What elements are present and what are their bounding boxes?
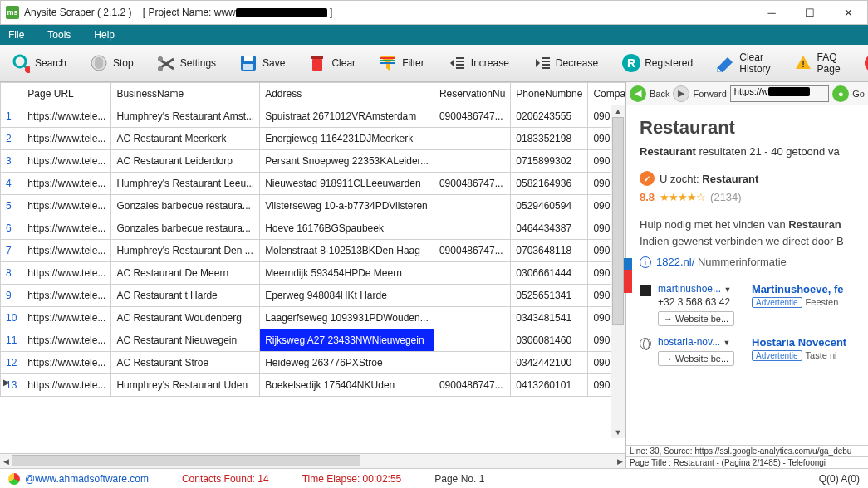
cell-reservation[interactable]	[434, 307, 510, 329]
cell-phone[interactable]: 0715899302	[511, 150, 588, 173]
ad-url[interactable]: martinushoe... ▼	[658, 283, 745, 295]
scroll-thumb-h[interactable]	[12, 455, 360, 466]
cell-address[interactable]: Energieweg 1164231DJMeerkerk	[260, 128, 434, 150]
cell-phone[interactable]: 0525651341	[511, 285, 588, 307]
header-url[interactable]: Page URL	[22, 83, 111, 105]
cell-phone[interactable]: 0703648118	[511, 240, 588, 262]
table-row[interactable]: 6https://www.tele...Gonzales barbecue re…	[1, 217, 626, 240]
menu-help[interactable]: Help	[94, 29, 115, 41]
header-company[interactable]: Compan	[588, 83, 625, 105]
data-grid[interactable]: Page URL BusinessName Address Reservatio…	[0, 82, 625, 397]
table-row[interactable]: 5https://www.tele...Gonzales barbecue re…	[1, 195, 626, 217]
faq-button[interactable]: !FAQ Page	[785, 47, 850, 79]
table-row[interactable]: 9https://www.tele...AC Restaurant t Hard…	[1, 285, 626, 307]
cell-url[interactable]: https://www.tele...	[22, 128, 111, 150]
cell-reservation[interactable]: 0900486747...	[434, 105, 510, 128]
cell-reservation[interactable]	[434, 128, 510, 150]
table-row[interactable]: 11https://www.tele...AC Restaurant Nieuw…	[1, 329, 626, 352]
scroll-down-arrow[interactable]: ▼	[612, 427, 624, 438]
table-row[interactable]: 12https://www.tele...AC Restaurant Stroe…	[1, 352, 626, 374]
cell-url[interactable]: https://www.tele...	[22, 240, 111, 262]
table-row[interactable]: 4https://www.tele...Humphrey's Restauran…	[1, 173, 626, 195]
cell-url[interactable]: https://www.tele...	[22, 285, 111, 307]
cell-phone[interactable]: 0582164936	[511, 173, 588, 195]
registered-button[interactable]: RRegistered	[612, 47, 702, 79]
cell-businessname[interactable]: Gonzales barbecue restaura...	[111, 195, 260, 217]
cell-url[interactable]: https://www.tele...	[22, 262, 111, 285]
cell-reservation[interactable]	[434, 352, 510, 374]
cell-phone[interactable]: 0413260101	[511, 374, 588, 397]
ad-listing[interactable]: hostaria-nov... ▼ → Website be... Hostar…	[640, 336, 855, 366]
filter-button[interactable]: Filter	[370, 47, 434, 79]
table-row[interactable]: 1https://www.tele...Humphrey's Restauran…	[1, 105, 626, 128]
cell-address[interactable]: Spuistraat 2671012VRAmsterdam	[260, 105, 434, 128]
cell-rownum[interactable]: 12	[1, 352, 22, 374]
info-link[interactable]: i 1822.nl/ Nummerinformatie	[640, 256, 855, 268]
cell-url[interactable]: https://www.tele...	[22, 150, 111, 173]
header-reservation[interactable]: ReservationNu	[434, 83, 510, 105]
cell-phone[interactable]: 0464434387	[511, 217, 588, 240]
cell-url[interactable]: https://www.tele...	[22, 329, 111, 352]
cell-businessname[interactable]: Gonzales barbecue restaura...	[111, 217, 260, 240]
cell-rownum[interactable]: 3	[1, 150, 22, 173]
cell-rownum[interactable]: 10	[1, 307, 22, 329]
cell-address[interactable]: Heideweg 263776PXStroe	[260, 352, 434, 374]
scroll-left-arrow[interactable]: ◀	[0, 456, 12, 467]
cell-businessname[interactable]: Humphrey's Restaurant Uden	[111, 374, 260, 397]
header-phone[interactable]: PhoneNumbne	[511, 83, 588, 105]
cell-rownum[interactable]: 2	[1, 128, 22, 150]
cell-businessname[interactable]: Humphrey's Restaurant Leeu...	[111, 173, 260, 195]
table-row[interactable]: 3https://www.tele...AC Restaurant Leider…	[1, 150, 626, 173]
decrease-button[interactable]: Decrease	[523, 47, 607, 79]
cell-businessname[interactable]: AC Restaurant Stroe	[111, 352, 260, 374]
header-rownum[interactable]	[1, 83, 22, 105]
clear-history-button[interactable]: Clear History	[707, 47, 779, 79]
scroll-thumb[interactable]	[612, 117, 624, 325]
cell-phone[interactable]: 0342442100	[511, 352, 588, 374]
minimize-button[interactable]: ─	[753, 1, 791, 24]
exit-button[interactable]: Exit	[855, 47, 868, 79]
scroll-right-arrow[interactable]: ▶	[614, 456, 625, 467]
cell-businessname[interactable]: Humphrey's Restaurant Amst...	[111, 105, 260, 128]
cell-rownum[interactable]: 1	[1, 105, 22, 128]
cell-phone[interactable]: 0306081460	[511, 329, 588, 352]
ad-website-button[interactable]: → Website be...	[658, 351, 734, 366]
header-businessname[interactable]: BusinessName	[111, 83, 260, 105]
table-row[interactable]: 2https://www.tele...AC Restaurant Meerke…	[1, 128, 626, 150]
cell-address[interactable]: Rijksweg A27 23433NWNieuwegein	[260, 329, 434, 352]
maximize-button[interactable]: ☐	[791, 1, 829, 24]
cell-businessname[interactable]: AC Restaurant Meerkerk	[111, 128, 260, 150]
cell-address[interactable]: Eperweg 948084HKt Harde	[260, 285, 434, 307]
cell-reservation[interactable]	[434, 262, 510, 285]
cell-url[interactable]: https://www.tele...	[22, 195, 111, 217]
cell-url[interactable]: https://www.tele...	[22, 307, 111, 329]
cell-businessname[interactable]: AC Restaurant Woudenberg	[111, 307, 260, 329]
cell-url[interactable]: https://www.tele...	[22, 173, 111, 195]
table-row[interactable]: 8https://www.tele...AC Restaurant De Mee…	[1, 262, 626, 285]
cell-url[interactable]: https://www.tele...	[22, 105, 111, 128]
increase-button[interactable]: Increase	[439, 47, 518, 79]
cell-address[interactable]: Persant Snoepweg 22353KALeider...	[260, 150, 434, 173]
cell-reservation[interactable]: 0900486747...	[434, 240, 510, 262]
ad-name[interactable]: Hostaria Novecent	[752, 336, 846, 349]
cell-reservation[interactable]: 0900486747...	[434, 374, 510, 397]
ad-listing[interactable]: martinushoe... ▼ +32 3 568 63 42 → Websi…	[640, 283, 855, 326]
clear-button[interactable]: Clear	[299, 47, 365, 79]
menu-file[interactable]: File	[8, 29, 24, 41]
cell-address[interactable]: Hoeve 16176BGSpaubeek	[260, 217, 434, 240]
url-input[interactable]: https://w	[730, 85, 830, 102]
cell-reservation[interactable]	[434, 195, 510, 217]
back-button[interactable]: ◀	[630, 85, 646, 102]
status-site[interactable]: @www.ahmadsoftware.com	[25, 473, 149, 485]
cell-businessname[interactable]: AC Restaurant Leiderdorp	[111, 150, 260, 173]
cell-rownum[interactable]: 5	[1, 195, 22, 217]
menu-tools[interactable]: Tools	[47, 29, 71, 41]
horizontal-scrollbar[interactable]: ◀ ▶	[0, 453, 625, 468]
cell-url[interactable]: https://www.tele...	[22, 217, 111, 240]
cell-phone[interactable]: 0183352198	[511, 128, 588, 150]
cell-address[interactable]: Meerndijk 593454HPDe Meern	[260, 262, 434, 285]
cell-address[interactable]: Molenstraat 8-102513BKDen Haag	[260, 240, 434, 262]
cell-address[interactable]: Nieuwestad 918911CLLeeuwarden	[260, 173, 434, 195]
save-button[interactable]: Save	[230, 47, 294, 79]
cell-businessname[interactable]: AC Restaurant De Meern	[111, 262, 260, 285]
